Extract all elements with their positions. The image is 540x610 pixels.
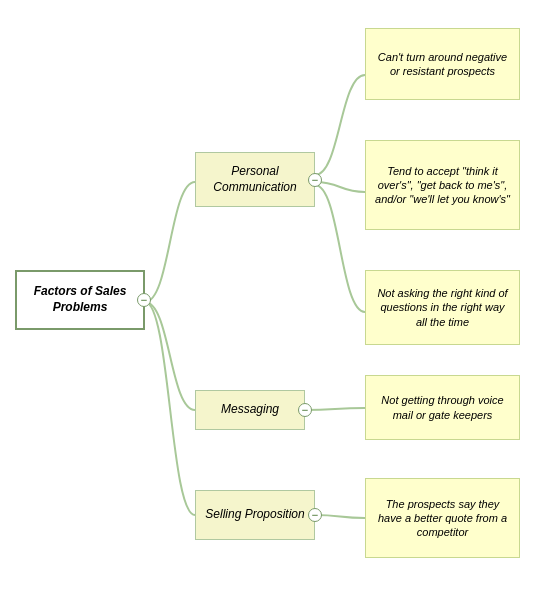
leaf-label-1: Can't turn around negative or resistant … (374, 50, 511, 79)
leaf-node-4: Not getting through voice mail or gate k… (365, 375, 520, 440)
leaf-node-3: Not asking the right kind of questions i… (365, 270, 520, 345)
sp-collapse-btn[interactable]: − (308, 508, 322, 522)
msg-collapse-btn[interactable]: − (298, 403, 312, 417)
root-node: Factors of Sales Problems − (15, 270, 145, 330)
leaf-label-5: The prospects say they have a better quo… (374, 497, 511, 540)
mid-label-msg: Messaging (221, 402, 279, 418)
mid-node-msg: Messaging − (195, 390, 305, 430)
root-label: Factors of Sales Problems (25, 284, 135, 315)
mid-node-sp: Selling Proposition − (195, 490, 315, 540)
leaf-label-4: Not getting through voice mail or gate k… (374, 393, 511, 422)
pc-collapse-btn[interactable]: − (308, 173, 322, 187)
leaf-node-1: Can't turn around negative or resistant … (365, 28, 520, 100)
mid-node-pc: Personal Communication − (195, 152, 315, 207)
mid-label-sp: Selling Proposition (205, 507, 304, 523)
mindmap-canvas: Factors of Sales Problems − Personal Com… (0, 0, 540, 610)
leaf-label-2: Tend to accept "think it over's", "get b… (374, 164, 511, 207)
leaf-label-3: Not asking the right kind of questions i… (374, 286, 511, 329)
leaf-node-5: The prospects say they have a better quo… (365, 478, 520, 558)
root-collapse-btn[interactable]: − (137, 293, 151, 307)
leaf-node-2: Tend to accept "think it over's", "get b… (365, 140, 520, 230)
mid-label-pc: Personal Communication (204, 164, 306, 195)
